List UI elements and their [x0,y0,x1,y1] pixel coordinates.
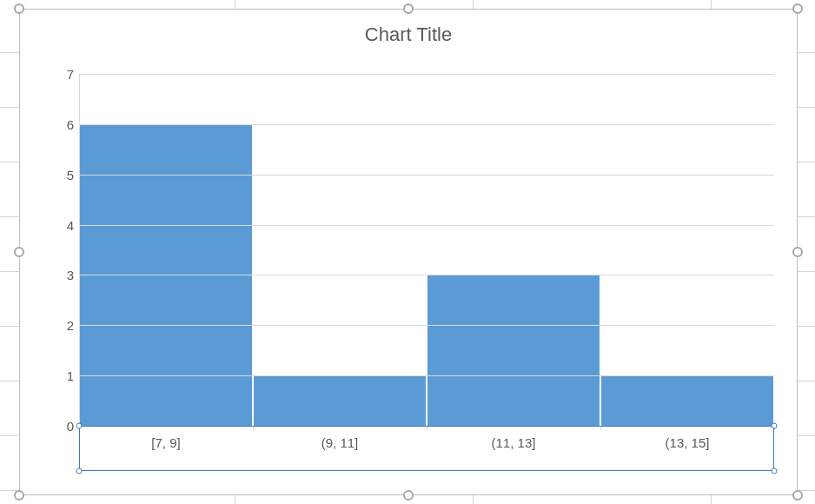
y-tick-label: 4 [46,217,74,232]
bar[interactable] [254,375,426,426]
selection-handle[interactable] [403,490,414,501]
x-tick [600,426,601,430]
selection-handle[interactable] [792,247,803,257]
selection-handle[interactable] [403,3,414,14]
x-tick-label: [7, 9] [151,435,180,450]
selection-handle[interactable] [792,490,803,501]
y-tick-label: 1 [46,368,74,383]
selection-handle[interactable] [14,3,24,14]
gridline [79,375,774,376]
x-tick [253,426,254,430]
y-tick-label: 5 [46,167,74,182]
plot-area[interactable] [79,74,774,426]
selection-handle[interactable] [792,3,803,14]
gridline [79,74,774,75]
selection-handle[interactable] [14,490,24,501]
gridline [79,175,774,176]
data-range-handle[interactable] [772,468,778,474]
chart-object[interactable]: Chart Title 01234567 [7, 9](9, 11](11, 1… [19,9,798,495]
y-tick-label: 3 [46,268,74,282]
gridline [79,124,774,125]
y-axis-labels: 01234567 [46,74,74,426]
bar[interactable] [427,275,600,426]
x-tick-label: (11, 13] [492,435,536,450]
gridline [79,225,774,226]
y-axis-line [79,74,80,426]
y-tick-label: 6 [46,116,74,131]
selection-handle[interactable] [14,247,24,257]
data-range-handle[interactable] [76,468,83,474]
chart-title[interactable]: Chart Title [20,23,797,46]
bar[interactable] [601,375,773,426]
x-tick-label: (13, 15] [666,435,710,450]
y-tick-label: 0 [46,419,74,434]
x-tick-label: (9, 11] [321,435,359,450]
gridline [79,325,774,326]
y-tick-label: 2 [46,318,74,333]
x-tick [427,426,427,430]
gridline [79,275,774,275]
x-axis-labels: [7, 9](9, 11](11, 13](13, 15] [79,432,774,456]
y-tick-label: 7 [46,67,74,82]
data-range-handle[interactable] [772,423,778,429]
data-range-handle[interactable] [76,423,83,429]
bars-group [79,74,774,426]
